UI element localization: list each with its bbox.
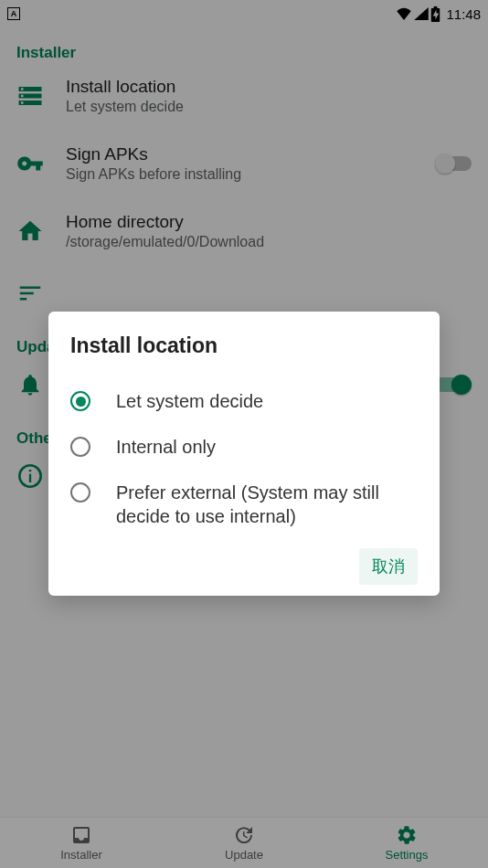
radio-unselected-icon	[70, 482, 90, 503]
radio-label: Internal only	[116, 435, 216, 459]
radio-label: Let system decide	[116, 389, 263, 413]
radio-option-prefer-external[interactable]: Prefer external (System may still decide…	[70, 470, 418, 539]
cancel-button[interactable]: 取消	[359, 548, 418, 585]
radio-option-let-system-decide[interactable]: Let system decide	[70, 378, 418, 424]
radio-unselected-icon	[70, 437, 90, 457]
radio-selected-icon	[70, 391, 90, 411]
radio-label: Prefer external (System may still decide…	[116, 481, 418, 528]
install-location-dialog: Install location Let system decide Inter…	[48, 312, 440, 596]
radio-option-internal-only[interactable]: Internal only	[70, 424, 418, 470]
dialog-title: Install location	[70, 333, 418, 358]
